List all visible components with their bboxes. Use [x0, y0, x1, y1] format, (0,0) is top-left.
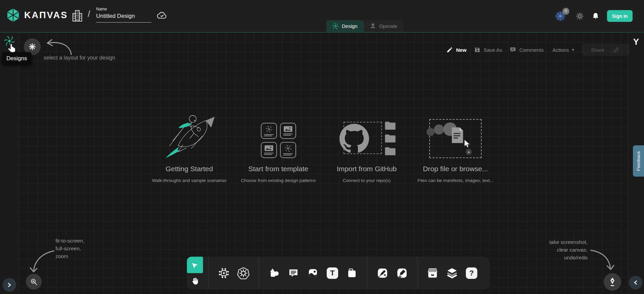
tab-operate-label: Operate — [379, 23, 397, 29]
zoom-hint-arrow — [29, 248, 56, 275]
image-icon — [308, 268, 318, 279]
image-tool[interactable] — [306, 266, 320, 280]
pencil-new-icon — [446, 46, 453, 53]
left-rail — [0, 33, 19, 294]
option-title: Getting Started — [165, 165, 213, 173]
tab-design-label: Design — [342, 23, 358, 29]
pen-path-icon — [377, 267, 388, 279]
option-subtitle: Connect to your repo(s) — [343, 178, 391, 183]
repo-folder-icon — [385, 147, 396, 155]
chip-circuit-icon — [218, 267, 230, 279]
arrow-cursor-icon — [464, 139, 472, 149]
help-glyph: ? — [466, 267, 477, 279]
avatar[interactable]: 0 — [555, 10, 568, 22]
name-label: Name — [96, 7, 151, 11]
option-import-from-github[interactable]: Import from GitHub Connect to your repo(… — [323, 110, 411, 183]
kubernetes-tool[interactable] — [237, 266, 250, 280]
chevron-down-icon: ▾ — [572, 47, 574, 52]
github-illustration — [338, 120, 395, 158]
layout-hint-text: select a layout for your design — [44, 55, 115, 61]
pan-hand-tool[interactable] — [187, 273, 203, 289]
freehand-draw-tool[interactable] — [395, 266, 409, 280]
option-subtitle: Walk-throughs and sample scenarios — [152, 178, 227, 183]
design-name-input[interactable] — [96, 11, 151, 23]
header: KAΠVAS / Name Design — [0, 0, 644, 32]
hand-pointer-cursor-icon — [7, 43, 17, 54]
breadcrumb-separator: / — [88, 9, 90, 19]
option-drop-file[interactable]: + Drop file or browse... Files can be ma… — [411, 110, 499, 183]
notification-count-badge: 0 — [562, 8, 569, 15]
tab-design[interactable]: Design — [326, 20, 364, 32]
logo-text: KAΠVAS — [24, 10, 68, 21]
cursor-arrow-icon — [191, 261, 199, 269]
actions-dropdown[interactable]: Actions ▾ — [552, 47, 574, 53]
pen-path-tool[interactable] — [376, 266, 389, 280]
option-start-from-template[interactable]: Start from template Choose from existing… — [234, 110, 322, 183]
share-button[interactable]: Share — [581, 44, 629, 56]
feedback-label: Feedback — [636, 151, 641, 171]
drop-file-dashed-zone[interactable]: + — [429, 119, 482, 158]
magnifier-plus-icon — [30, 278, 38, 286]
whiteboard-pen-button[interactable] — [604, 273, 621, 291]
comments-label: Comments — [519, 47, 544, 53]
note-tool[interactable] — [345, 266, 359, 280]
hand-icon — [191, 277, 199, 286]
option-getting-started[interactable]: Getting Started Walk-throughs and sample… — [145, 110, 233, 183]
kubernetes-helm-icon — [237, 267, 249, 279]
kanvas-hexagon-icon — [5, 7, 21, 23]
operate-person-icon — [370, 23, 376, 29]
cloud-saved-icon — [157, 11, 167, 20]
new-button[interactable]: New — [446, 46, 467, 53]
component-shapes-tool[interactable] — [217, 266, 231, 280]
save-as-label: Save As — [484, 47, 502, 53]
zoom-in-button[interactable] — [26, 274, 42, 290]
save-as-button[interactable]: Save As — [474, 46, 502, 53]
screenshot-hint-arrow — [589, 248, 616, 273]
expand-left-panel-button[interactable] — [3, 278, 16, 292]
option-title: Import from GitHub — [337, 165, 397, 173]
sign-in-button[interactable]: Sign In — [607, 10, 633, 22]
repo-folder-icon — [385, 121, 396, 130]
settings-gear-icon[interactable] — [575, 12, 584, 21]
kanvas-logo[interactable]: KAΠVAS — [5, 7, 68, 23]
comments-button[interactable]: Comments — [510, 46, 544, 53]
comments-icon — [510, 46, 516, 53]
actions-label: Actions — [552, 47, 569, 53]
drawer-archive-icon — [427, 267, 438, 279]
template-grid-illustration — [261, 110, 296, 158]
bottom-toolbar-dock: T — [187, 257, 489, 289]
text-tool-glyph: T — [327, 267, 338, 279]
canvas-tools-hint: take screenshot, clear canvas, undo/redo — [549, 238, 588, 261]
layer5-logo-glyph: Y — [632, 37, 641, 47]
pencil-scribble-icon — [396, 267, 408, 279]
layout-asterisk-icon — [28, 43, 36, 51]
drawer-tool[interactable] — [426, 266, 439, 280]
share-link-icon — [613, 47, 619, 53]
header-right-cluster: 0 — [555, 0, 633, 32]
layout-hint-arrow — [43, 37, 75, 57]
design-name-block: Name — [96, 7, 151, 23]
option-subtitle: Files can be manifests, images, text... — [417, 178, 493, 183]
pen-nib-icon — [608, 277, 617, 287]
shapes-tool[interactable] — [267, 266, 281, 280]
add-file-plus-badge: + — [466, 149, 472, 155]
zoom-controls-hint: fit-to-screen, full-screen, zoom — [55, 237, 84, 260]
comment-tool[interactable] — [287, 266, 300, 280]
tab-operate[interactable]: Operate — [364, 20, 403, 32]
github-octocat-icon — [339, 124, 369, 153]
shapes-icon — [268, 267, 280, 279]
notifications-bell-icon[interactable] — [592, 12, 600, 21]
organization-icon[interactable] — [72, 9, 83, 22]
comment-icon — [288, 268, 299, 279]
canvas-actions-bar: New Save As Comments Actions ▾ Share — [446, 44, 629, 56]
layers-tool[interactable] — [445, 266, 459, 280]
rocket-sketch-illustration — [159, 110, 219, 158]
help-tool[interactable]: ? — [465, 266, 478, 280]
text-tool[interactable]: T — [326, 266, 339, 280]
document-icon — [451, 127, 464, 143]
share-label: Share — [591, 47, 604, 53]
select-cursor-tool[interactable] — [187, 257, 203, 273]
collapse-right-panel-button[interactable] — [629, 276, 642, 289]
sticky-note-icon — [347, 268, 357, 279]
feedback-tab[interactable]: Feedback — [633, 145, 644, 177]
